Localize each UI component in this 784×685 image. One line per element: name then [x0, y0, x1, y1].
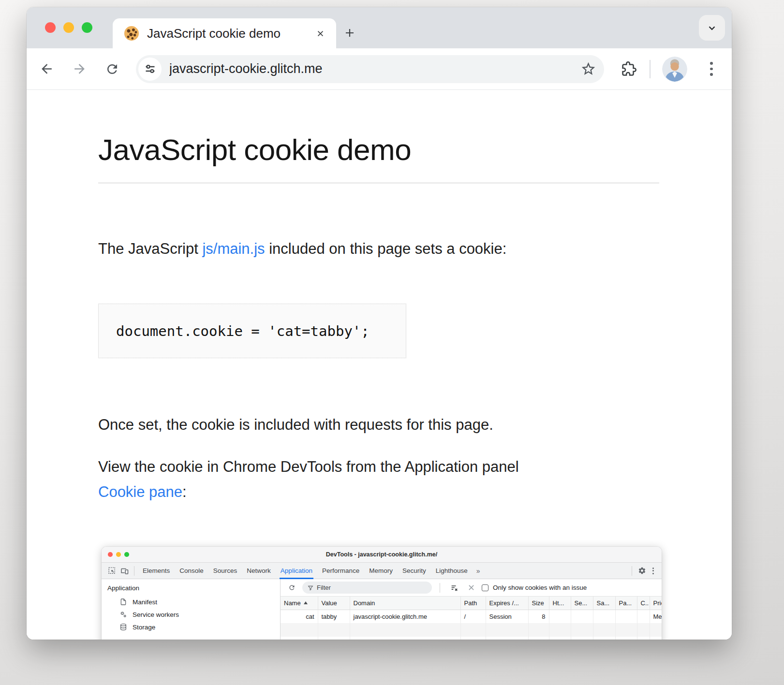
- sidebar-item-label: Manifest: [133, 598, 157, 606]
- url-bar[interactable]: javascript-cookie.glitch.me: [136, 55, 604, 83]
- x-icon: [468, 584, 475, 591]
- tab-close-button[interactable]: [311, 24, 329, 43]
- view-text-before: View the cookie in Chrome DevTools from …: [98, 458, 519, 475]
- devtools-window-controls: [108, 552, 129, 557]
- dot: [652, 568, 654, 569]
- reload-icon: [288, 584, 296, 591]
- cookie-domain-cell: javascript-cookie.glitch.me: [350, 610, 460, 623]
- reload-button[interactable]: [101, 58, 123, 80]
- code-text: document.cookie = 'cat=tabby';: [116, 323, 370, 339]
- intro-paragraph: The JavaScript js/main.js included on th…: [98, 237, 659, 261]
- devtools-menu-button: [648, 568, 658, 574]
- forward-button[interactable]: [68, 58, 90, 80]
- devtools-settings-button: [636, 565, 648, 577]
- devtools-close-button: [108, 552, 113, 557]
- devtools-tab-lighthouse: Lighthouse: [431, 563, 473, 579]
- cookie-favicon-icon: [124, 26, 139, 41]
- new-tab-button[interactable]: [340, 23, 359, 43]
- forward-arrow-icon: [72, 61, 87, 76]
- devtools-tab-console: Console: [175, 563, 208, 579]
- cookie-expires-cell: Session: [486, 610, 528, 623]
- inspect-element-button: [105, 565, 118, 577]
- main-js-link[interactable]: js/main.js: [202, 240, 265, 257]
- dot: [652, 573, 654, 574]
- tune-icon: [144, 62, 157, 75]
- column-header-domain: Domain: [350, 597, 460, 610]
- column-header-value: Value: [318, 597, 350, 610]
- window-controls: [45, 22, 92, 33]
- browser-tab[interactable]: JavaScript cookie demo: [113, 18, 336, 48]
- sidebar-item-manifest: Manifest: [102, 596, 280, 608]
- sidebar-item-label: Storage: [133, 624, 155, 631]
- view-cookie-paragraph: View the cookie in Chrome DevTools from …: [98, 454, 659, 505]
- empty-row: [281, 623, 662, 637]
- bookmark-button[interactable]: [580, 61, 596, 77]
- requests-paragraph: Once set, the cookie is included with re…: [98, 413, 659, 437]
- clear-filter-icon: [450, 584, 458, 592]
- devtools-divider: [632, 566, 632, 576]
- extensions-button[interactable]: [618, 58, 640, 80]
- puzzle-icon: [621, 61, 636, 76]
- only-issues-checkbox: [482, 584, 488, 591]
- column-label: Name: [284, 599, 301, 607]
- browser-menu-button[interactable]: [702, 62, 721, 76]
- column-header-crosssite: C..: [637, 597, 650, 610]
- cookies-panel: Filter Only show cookies with an issue: [281, 579, 662, 640]
- view-text-after: :: [182, 483, 187, 500]
- chevron-down-icon: [707, 23, 717, 33]
- cookie-size-cell: 8: [528, 610, 549, 623]
- filter-placeholder: Filter: [317, 584, 331, 591]
- inspect-cursor-icon: [108, 567, 116, 575]
- devtools-sidebar: Application Manifest Service workers: [102, 579, 281, 640]
- browser-toolbar: javascript-cookie.glitch.me: [27, 48, 732, 89]
- cookie-priority-cell: Me...: [650, 610, 662, 623]
- devtools-more-tabs-button: »: [473, 567, 484, 575]
- tab-search-button[interactable]: [699, 15, 725, 41]
- device-toolbar-button: [118, 565, 131, 577]
- service-worker-gears-icon: [119, 611, 127, 618]
- back-button[interactable]: [35, 58, 58, 80]
- column-header-name: Name: [281, 597, 318, 610]
- minimize-window-button[interactable]: [63, 22, 74, 33]
- cookie-value-cell: tabby: [318, 610, 350, 623]
- cookies-header-row: Name Value Domain Path Expires /... Size…: [281, 597, 662, 610]
- devtools-screenshot: DevTools - javascript-cookie.glitch.me/: [102, 547, 662, 640]
- document-icon: [119, 598, 127, 606]
- heading-divider: [98, 183, 659, 183]
- site-settings-button[interactable]: [138, 58, 162, 81]
- device-toolbar-icon: [120, 567, 129, 575]
- tab-strip: JavaScript cookie demo: [27, 7, 732, 48]
- back-arrow-icon: [39, 61, 54, 76]
- column-header-samesite: Sa...: [593, 597, 615, 610]
- devtools-body: Application Manifest Service workers: [102, 579, 662, 640]
- cookies-filter-input: Filter: [302, 582, 432, 594]
- column-header-priority: Prio...: [650, 597, 662, 610]
- code-block: document.cookie = 'cat=tabby';: [98, 304, 406, 358]
- close-window-button[interactable]: [45, 22, 56, 33]
- only-issues-label: Only show cookies with an issue: [493, 584, 587, 591]
- zoom-window-button[interactable]: [82, 22, 92, 33]
- column-header-httponly: Ht...: [549, 597, 571, 610]
- devtools-tab-application: Application: [276, 563, 317, 579]
- empty-row: [281, 637, 662, 640]
- cookie-partition-cell: [615, 610, 637, 623]
- profile-avatar[interactable]: [662, 57, 687, 82]
- cookies-toolbar: Filter Only show cookies with an issue: [281, 579, 662, 597]
- column-header-expires: Expires /...: [486, 597, 528, 610]
- toolbar-divider: [440, 583, 440, 593]
- sidebar-item-label: Service workers: [133, 611, 179, 618]
- avatar-image: [662, 57, 687, 82]
- cookie-secure-cell: [571, 610, 593, 623]
- cookie-samesite-cell: [593, 610, 615, 623]
- devtools-zoom-button: [124, 552, 129, 557]
- page-content: JavaScript cookie demo The JavaScript js…: [27, 89, 732, 640]
- plus-icon: [344, 27, 355, 39]
- gear-icon: [638, 567, 646, 575]
- url-input[interactable]: javascript-cookie.glitch.me: [169, 61, 580, 76]
- cookie-row: cat tabby javascript-cookie.glitch.me / …: [281, 610, 662, 623]
- dot: [652, 570, 654, 571]
- column-header-path: Path: [460, 597, 486, 610]
- cookie-pane-link[interactable]: Cookie pane: [98, 483, 182, 500]
- devtools-tab-network: Network: [242, 563, 276, 579]
- filter-funnel-icon: [308, 585, 313, 591]
